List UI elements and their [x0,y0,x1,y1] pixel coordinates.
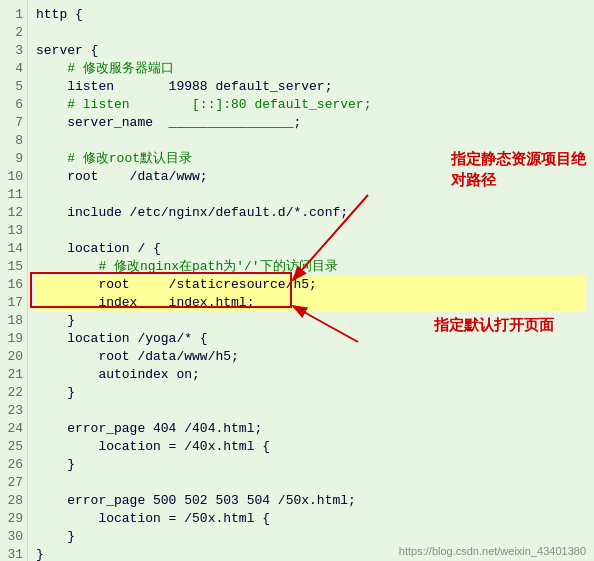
code-line: autoindex on; [36,366,586,384]
code-line: index index.html; [36,294,586,312]
code-line [36,132,586,150]
line-number: 30 [4,528,23,546]
code-line: location /yoga/* { [36,330,586,348]
code-line: # 修改root默认目录 [36,150,586,168]
line-number: 13 [4,222,23,240]
code-line: http { [36,6,586,24]
line-number: 28 [4,492,23,510]
line-number: 19 [4,330,23,348]
line-numbers: 1234567891011121314151617181920212223242… [0,0,28,561]
code-line: } [36,528,586,546]
line-number: 6 [4,96,23,114]
code-line: server { [36,42,586,60]
code-line: location = /40x.html { [36,438,586,456]
line-number: 8 [4,132,23,150]
line-number: 25 [4,438,23,456]
line-number: 5 [4,78,23,96]
line-number: 23 [4,402,23,420]
line-number: 7 [4,114,23,132]
code-line: server_name ________________; [36,114,586,132]
code-line: } [36,456,586,474]
code-line: listen 19988 default_server; [36,78,586,96]
line-number: 12 [4,204,23,222]
code-line: # 修改nginx在path为'/'下的访问目录 [36,258,586,276]
code-line: error_page 500 502 503 504 /50x.html; [36,492,586,510]
code-line [36,474,586,492]
code-line [36,24,586,42]
code-line: root /staticresource/h5; [36,276,586,294]
line-number: 1 [4,6,23,24]
code-line [36,186,586,204]
line-number: 24 [4,420,23,438]
code-line: # listen [::]:80 default_server; [36,96,586,114]
line-number: 2 [4,24,23,42]
line-number: 20 [4,348,23,366]
code-line: location / { [36,240,586,258]
line-number: 14 [4,240,23,258]
line-number: 15 [4,258,23,276]
line-number: 31 [4,546,23,561]
code-line: } [36,384,586,402]
line-number: 18 [4,312,23,330]
line-number: 29 [4,510,23,528]
code-content: http {server { # 修改服务器端口 listen 19988 de… [28,0,594,561]
line-number: 17 [4,294,23,312]
watermark: https://blog.csdn.net/weixin_43401380 [399,545,586,557]
code-line: } [36,312,586,330]
line-number: 16 [4,276,23,294]
line-number: 22 [4,384,23,402]
line-number: 26 [4,456,23,474]
line-number: 27 [4,474,23,492]
line-number: 10 [4,168,23,186]
code-line: # 修改服务器端口 [36,60,586,78]
code-container: 1234567891011121314151617181920212223242… [0,0,594,561]
code-line [36,402,586,420]
line-number: 4 [4,60,23,78]
code-line: include /etc/nginx/default.d/*.conf; [36,204,586,222]
code-line: root /data/www/h5; [36,348,586,366]
code-line [36,222,586,240]
line-number: 9 [4,150,23,168]
line-number: 11 [4,186,23,204]
code-line: location = /50x.html { [36,510,586,528]
code-line: error_page 404 /404.html; [36,420,586,438]
line-number: 3 [4,42,23,60]
line-number: 21 [4,366,23,384]
code-line: root /data/www; [36,168,586,186]
